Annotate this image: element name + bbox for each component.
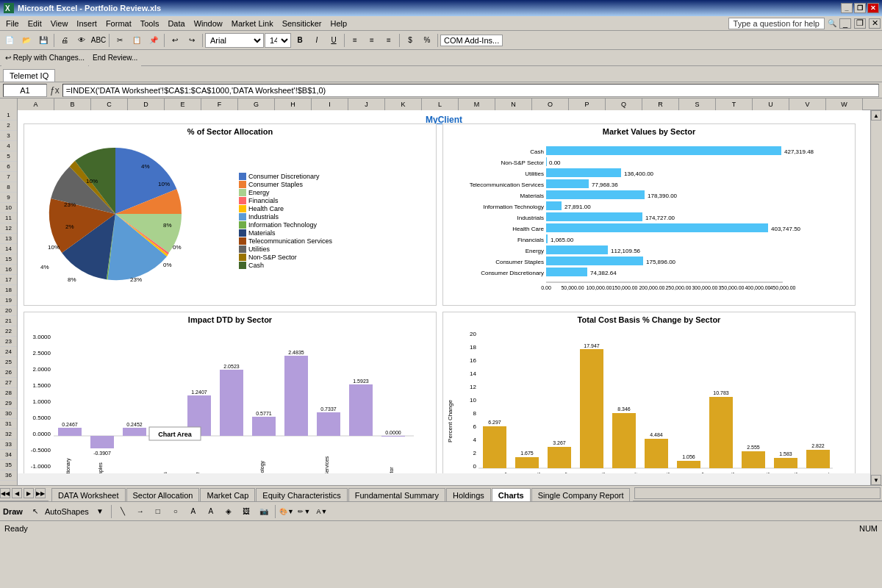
tab-sector-allocation[interactable]: Sector Allocation (126, 488, 200, 501)
tab-single-company[interactable]: Single Company Report (531, 488, 631, 501)
bold-btn[interactable]: B (292, 32, 308, 49)
paste-btn[interactable]: 📌 (146, 32, 162, 49)
telemet-tab[interactable]: Telemet IQ (3, 69, 55, 82)
tab-next-btn[interactable]: ▶ (24, 488, 34, 498)
reply-changes-btn[interactable]: ↩ Reply with Changes... (1, 50, 88, 66)
underline-btn[interactable]: U (326, 32, 342, 49)
tab-data-worksheet[interactable]: DATA Worksheet (51, 488, 126, 501)
italic-btn[interactable]: I (309, 32, 325, 49)
col-w[interactable]: W (826, 98, 863, 110)
cost-chart-container[interactable]: Total Cost Basis % Change by Sector 20 1… (442, 312, 856, 473)
new-btn[interactable]: 📄 (1, 32, 18, 49)
tab-charts[interactable]: Charts (492, 488, 531, 501)
col-a[interactable]: A (18, 98, 54, 110)
cell-ref-input[interactable] (3, 84, 47, 97)
col-t[interactable]: T (716, 98, 753, 110)
preview-btn[interactable]: 👁 (74, 32, 90, 49)
scroll-up-btn[interactable]: ▲ (871, 110, 881, 121)
tab-holdings[interactable]: Holdings (446, 488, 491, 501)
picture-btn[interactable]: 📷 (256, 503, 272, 520)
clipart-btn[interactable]: 🖼 (238, 503, 254, 520)
menu-file[interactable]: File (1, 18, 24, 29)
tab-last-btn[interactable]: ▶▶ (35, 488, 46, 498)
menu-help[interactable]: Help (326, 18, 351, 29)
col-u[interactable]: U (753, 98, 789, 110)
percent-btn[interactable]: % (419, 32, 435, 49)
col-q[interactable]: Q (606, 98, 642, 110)
vertical-scrollbar[interactable]: ▲ ▼ (870, 110, 882, 485)
impact-chart-container[interactable]: Impact DTD by Sector 3.0000 2.5000 2.000… (24, 312, 437, 473)
currency-btn[interactable]: $ (402, 32, 418, 49)
addins-combo[interactable]: COM Add-Ins... (440, 35, 503, 46)
open-btn[interactable]: 📂 (18, 32, 35, 49)
col-k[interactable]: K (385, 98, 422, 110)
arrow-btn[interactable]: → (132, 503, 148, 520)
col-j[interactable]: J (348, 98, 385, 110)
market-bar-chart-container[interactable]: Market Values by Sector Cash 427,319.48 … (442, 123, 856, 306)
col-d[interactable]: D (128, 98, 165, 110)
minimize-btn[interactable]: _ (841, 3, 853, 13)
menu-format[interactable]: Format (101, 18, 136, 29)
fontsize-combo[interactable]: 14 (265, 33, 291, 48)
col-o[interactable]: O (532, 98, 569, 110)
redo-btn[interactable]: ↪ (184, 32, 200, 49)
print-btn[interactable]: 🖨 (57, 32, 73, 49)
close-btn[interactable]: ✕ (867, 3, 879, 13)
tab-market-cap[interactable]: Market Cap (200, 488, 255, 501)
menu-insert[interactable]: Insert (72, 18, 101, 29)
minimize-menu-btn[interactable]: _ (839, 18, 851, 29)
col-m[interactable]: M (459, 98, 495, 110)
formula-input[interactable] (62, 84, 879, 97)
tab-equity-characteristics[interactable]: Equity Characteristics (256, 488, 347, 501)
diagram-btn[interactable]: ◈ (220, 503, 237, 520)
menu-data[interactable]: Data (163, 18, 189, 29)
spellcheck-btn[interactable]: ABC (90, 32, 107, 49)
line-btn[interactable]: ╲ (115, 503, 131, 520)
font-combo[interactable]: Arial (205, 33, 264, 48)
col-f[interactable]: F (201, 98, 238, 110)
col-p[interactable]: P (569, 98, 606, 110)
col-g[interactable]: G (238, 98, 275, 110)
save-btn[interactable]: 💾 (35, 32, 51, 49)
oval-btn[interactable]: ○ (168, 503, 184, 520)
end-review-btn[interactable]: End Review... (89, 50, 141, 66)
cut-btn[interactable]: ✂ (112, 32, 128, 49)
menu-tools[interactable]: Tools (136, 18, 164, 29)
wordart-btn[interactable]: A (203, 503, 219, 520)
draw-arrow-btn[interactable]: ↖ (27, 503, 43, 520)
col-e[interactable]: E (165, 98, 201, 110)
col-h[interactable]: H (275, 98, 312, 110)
col-s[interactable]: S (679, 98, 716, 110)
tab-fundamental-summary[interactable]: Fundamental Summary (348, 488, 445, 501)
copy-btn[interactable]: 📋 (129, 32, 145, 49)
menu-sensiticker[interactable]: Sensiticker (278, 18, 326, 29)
autoshapes-btn[interactable]: ▼ (92, 503, 108, 520)
menu-marketlink[interactable]: Market Link (227, 18, 278, 29)
tab-prev-btn[interactable]: ◀ (12, 488, 22, 498)
pie-chart-container[interactable]: % of Sector Allocation (24, 123, 437, 306)
col-r[interactable]: R (642, 98, 679, 110)
textbox-btn[interactable]: A (185, 503, 201, 520)
tab-first-btn[interactable]: ◀◀ (0, 488, 10, 498)
align-left-btn[interactable]: ≡ (347, 32, 363, 49)
menu-window[interactable]: Window (190, 18, 227, 29)
col-v[interactable]: V (789, 98, 826, 110)
align-center-btn[interactable]: ≡ (364, 32, 380, 49)
close-menu-btn[interactable]: ✕ (869, 18, 881, 29)
col-i[interactable]: I (312, 98, 348, 110)
scroll-down-btn[interactable]: ▼ (871, 475, 881, 485)
undo-btn[interactable]: ↩ (167, 32, 183, 49)
col-b[interactable]: B (54, 98, 91, 110)
rect-btn[interactable]: □ (150, 503, 166, 520)
menu-view[interactable]: View (46, 18, 73, 29)
col-l[interactable]: L (422, 98, 459, 110)
horizontal-scrollbar[interactable] (634, 487, 881, 499)
linecolor-btn[interactable]: ✏▼ (296, 503, 312, 520)
restore-btn[interactable]: ❐ (854, 3, 866, 13)
col-n[interactable]: N (495, 98, 532, 110)
col-c[interactable]: C (91, 98, 128, 110)
fillcolor-btn[interactable]: 🎨▼ (279, 503, 295, 520)
restore-menu-btn[interactable]: ❐ (854, 18, 866, 29)
fontcolor-btn[interactable]: A▼ (314, 503, 330, 520)
align-right-btn[interactable]: ≡ (381, 32, 397, 49)
